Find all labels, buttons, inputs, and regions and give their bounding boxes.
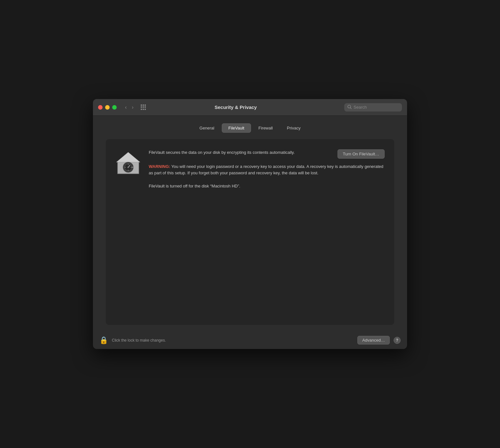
search-icon: [347, 105, 352, 110]
panel-content: FileVault secures the data on your disk …: [115, 149, 385, 189]
search-input[interactable]: [354, 105, 399, 110]
lock-text: Click the lock to make changes.: [112, 338, 354, 343]
close-button[interactable]: [98, 105, 103, 110]
svg-line-1: [350, 108, 352, 109]
description-text: FileVault secures the data on your disk …: [149, 149, 295, 156]
warning-label: WARNING:: [149, 164, 170, 169]
tab-general[interactable]: General: [193, 123, 221, 133]
tab-filevault[interactable]: FileVault: [222, 123, 251, 133]
search-box: [344, 103, 402, 112]
titlebar: ‹ › Security & Privacy: [93, 99, 407, 116]
lock-icon[interactable]: 🔒: [99, 336, 108, 344]
svg-rect-12: [132, 167, 134, 168]
turn-on-filevault-button[interactable]: Turn On FileVault…: [338, 149, 385, 159]
window-title: Security & Privacy: [131, 104, 340, 110]
warning-text: You will need your login password or a r…: [149, 164, 383, 176]
warning-block: WARNING: You will need your login passwo…: [149, 163, 385, 177]
svg-point-11: [128, 167, 129, 168]
bottom-bar: 🔒 Click the lock to make changes. Advanc…: [93, 331, 407, 349]
filevault-panel: FileVault secures the data on your disk …: [106, 139, 394, 325]
window: ‹ › Security & Privacy General FileVault: [93, 99, 407, 349]
advanced-button[interactable]: Advanced…: [357, 336, 390, 344]
tab-privacy[interactable]: Privacy: [280, 123, 307, 133]
help-button[interactable]: ?: [394, 337, 401, 344]
maximize-button[interactable]: [112, 105, 117, 110]
filevault-icon: [115, 151, 141, 176]
traffic-lights: [98, 105, 117, 110]
tab-firewall[interactable]: Firewall: [252, 123, 279, 133]
minimize-button[interactable]: [105, 105, 110, 110]
back-button[interactable]: ‹: [123, 104, 129, 111]
status-text: FileVault is turned off for the disk “Ma…: [149, 183, 385, 189]
content: General FileVault Firewall Privacy: [93, 116, 407, 331]
tabs: General FileVault Firewall Privacy: [106, 123, 394, 133]
top-row: FileVault secures the data on your disk …: [149, 149, 385, 160]
svg-marker-3: [116, 152, 140, 162]
info-block: FileVault secures the data on your disk …: [149, 149, 385, 189]
